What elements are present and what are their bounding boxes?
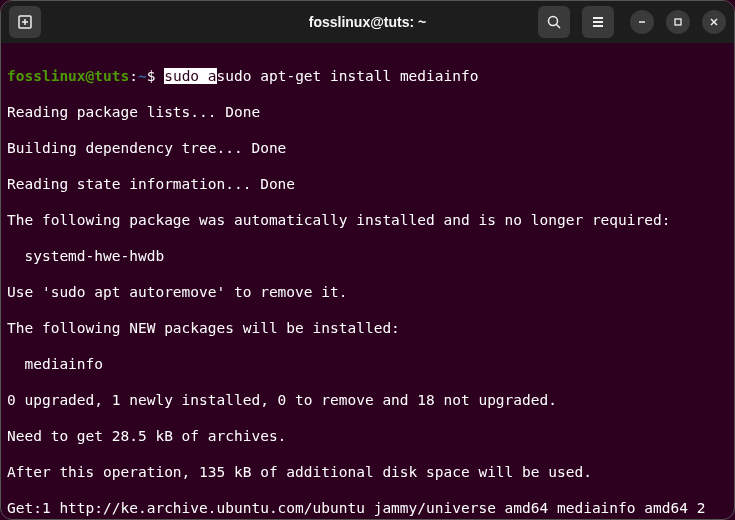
prompt-dollar: $: [147, 68, 164, 84]
titlebar: fosslinux@tuts: ~: [1, 1, 734, 43]
prompt-colon: :: [129, 68, 138, 84]
output-line: Building dependency tree... Done: [7, 139, 728, 157]
output-line: mediainfo: [7, 355, 728, 373]
prompt-line-1: fosslinux@tuts:~$ sudo asudo apt-get ins…: [7, 67, 728, 85]
output-line: The following package was automatically …: [7, 211, 728, 229]
prompt-at: @: [86, 68, 95, 84]
output-line: Reading state information... Done: [7, 175, 728, 193]
svg-rect-9: [675, 19, 681, 25]
prompt-host: tuts: [94, 68, 129, 84]
svg-point-3: [549, 17, 558, 26]
search-button[interactable]: [538, 6, 570, 38]
maximize-button[interactable]: [666, 10, 690, 34]
cmd-text: sudo apt-get install mediainfo: [217, 68, 479, 84]
output-line: Get:1 http://ke.archive.ubuntu.com/ubunt…: [7, 499, 728, 517]
output-line: Use 'sudo apt autoremove' to remove it.: [7, 283, 728, 301]
minimize-button[interactable]: [630, 10, 654, 34]
prompt-user: fosslinux: [7, 68, 86, 84]
output-line: After this operation, 135 kB of addition…: [7, 463, 728, 481]
output-line: Reading package lists... Done: [7, 103, 728, 121]
new-tab-button[interactable]: [9, 6, 41, 38]
terminal-body[interactable]: fosslinux@tuts:~$ sudo asudo apt-get ins…: [1, 43, 734, 520]
cmd-highlight: sudo a: [164, 68, 216, 84]
output-line: systemd-hwe-hwdb: [7, 247, 728, 265]
close-button[interactable]: [702, 10, 726, 34]
output-line: The following NEW packages will be insta…: [7, 319, 728, 337]
prompt-path: ~: [138, 68, 147, 84]
window-title: fosslinux@tuts: ~: [309, 14, 427, 30]
svg-line-4: [557, 25, 561, 29]
output-line: 0 upgraded, 1 newly installed, 0 to remo…: [7, 391, 728, 409]
output-line: Need to get 28.5 kB of archives.: [7, 427, 728, 445]
menu-button[interactable]: [582, 6, 614, 38]
